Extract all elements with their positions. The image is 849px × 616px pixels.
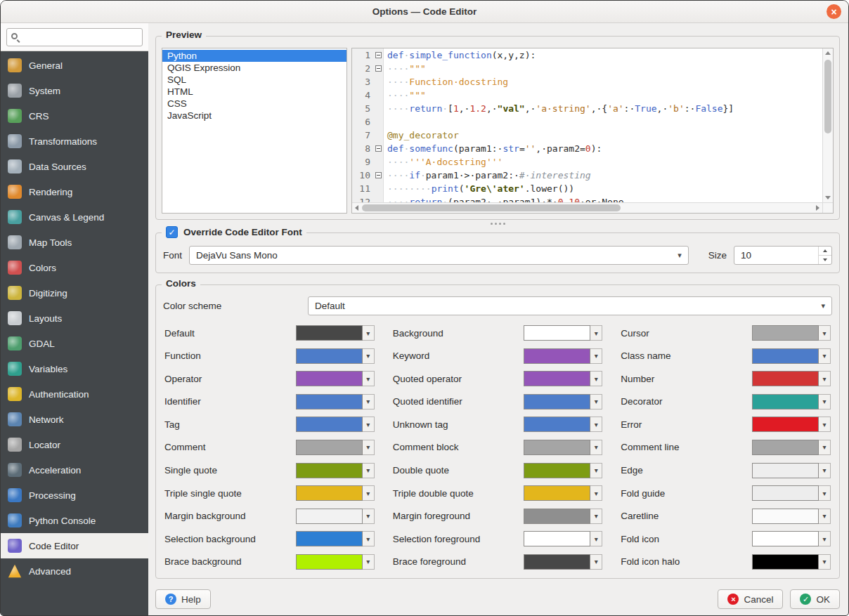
- color-swatch-keyword[interactable]: ▾: [524, 348, 602, 364]
- sidebar-item-layouts[interactable]: Layouts: [1, 306, 148, 331]
- sidebar-item-system[interactable]: System: [1, 78, 148, 103]
- sidebar-item-processing[interactable]: Processing: [1, 483, 148, 508]
- vertical-scrollbar[interactable]: [822, 48, 833, 202]
- cancel-button[interactable]: × Cancel: [718, 589, 783, 609]
- vertical-scroll-thumb[interactable]: [824, 60, 831, 133]
- color-swatch-triple-single-quote[interactable]: ▾: [296, 485, 375, 501]
- scroll-left-icon[interactable]: [355, 205, 358, 211]
- scroll-up-icon[interactable]: [825, 51, 831, 55]
- scroll-right-icon[interactable]: [816, 205, 819, 211]
- color-swatch-caretline[interactable]: ▾: [752, 509, 831, 524]
- sidebar-item-label: Authentication: [29, 389, 89, 400]
- color-swatch-selection-background[interactable]: ▾: [296, 531, 375, 546]
- title-bar[interactable]: Options — Code Editor ×: [1, 1, 848, 23]
- language-item-qgis-expression[interactable]: QGIS Expression: [162, 62, 346, 74]
- sidebar-item-code-editor[interactable]: Code Editor: [1, 533, 148, 558]
- fold-marker-icon[interactable]: [375, 52, 382, 58]
- override-font-checkbox[interactable]: ✓: [166, 226, 178, 238]
- dropdown-arrow-icon: ▾: [363, 509, 375, 524]
- color-swatch-margin-foreground[interactable]: ▾: [524, 509, 602, 524]
- sidebar-item-data-sources[interactable]: Data Sources: [1, 154, 148, 179]
- sidebar-item-label: Code Editor: [29, 541, 79, 551]
- color-swatch-brace-background[interactable]: ▾: [296, 554, 375, 570]
- language-item-javascript[interactable]: JavaScript: [162, 110, 346, 122]
- color-swatch-single-quote[interactable]: ▾: [296, 463, 375, 478]
- fold-marker-icon[interactable]: [375, 172, 382, 178]
- ok-button[interactable]: ✓ OK: [790, 589, 840, 609]
- scroll-down-icon[interactable]: [825, 196, 831, 199]
- code-view[interactable]: 1def·simple_function(x,y,z):2····"""3···…: [352, 48, 822, 202]
- fold-column: [373, 89, 384, 102]
- language-item-sql[interactable]: SQL: [162, 74, 346, 86]
- sidebar-item-general[interactable]: General: [1, 53, 148, 78]
- color-swatch-identifier[interactable]: ▾: [296, 394, 375, 409]
- color-swatch-decorator[interactable]: ▾: [752, 394, 831, 409]
- code-line: 2····""": [352, 62, 822, 75]
- sidebar-item-digitizing[interactable]: Digitizing: [1, 280, 148, 306]
- color-swatch-error[interactable]: ▾: [752, 417, 831, 432]
- color-swatch-comment[interactable]: ▾: [296, 440, 375, 455]
- color-swatch-margin-background[interactable]: ▾: [296, 509, 375, 524]
- sidebar-item-rendering[interactable]: Rendering: [1, 179, 148, 204]
- color-swatch-fold-icon[interactable]: ▾: [752, 531, 831, 546]
- language-item-css[interactable]: CSS: [162, 98, 346, 110]
- color-swatch-triple-double-quote[interactable]: ▾: [524, 485, 602, 501]
- color-swatch-double-quote[interactable]: ▾: [524, 463, 602, 478]
- sidebar-item-variables[interactable]: Variables: [1, 356, 148, 381]
- color-swatch-fold-icon-halo[interactable]: ▾: [752, 554, 831, 570]
- sidebar-item-map-tools[interactable]: Map Tools: [1, 230, 148, 255]
- sidebar-item-transformations[interactable]: Transformations: [1, 129, 148, 154]
- color-swatch-default[interactable]: ▾: [296, 325, 375, 341]
- sidebar-item-crs[interactable]: CRS: [1, 103, 148, 129]
- language-item-python[interactable]: Python: [162, 50, 346, 62]
- color-label-function: Function: [164, 350, 278, 361]
- sidebar-item-canvas-legend[interactable]: Canvas & Legend: [1, 204, 148, 230]
- font-family-combo[interactable]: DejaVu Sans Mono ▾: [189, 246, 689, 265]
- spin-down-icon[interactable]: [819, 255, 831, 264]
- sidebar-item-colors[interactable]: Colors: [1, 255, 148, 280]
- color-swatch-number[interactable]: ▾: [752, 371, 831, 386]
- sidebar-item-python-console[interactable]: Python Console: [1, 508, 148, 533]
- sidebar-item-gdal[interactable]: GDAL: [1, 331, 148, 356]
- language-item-html[interactable]: HTML: [162, 86, 346, 98]
- color-swatch-unknown-tag[interactable]: ▾: [524, 417, 602, 432]
- color-swatch-operator[interactable]: ▾: [296, 371, 375, 386]
- code-line: 7@my_decorator: [352, 129, 822, 142]
- help-button[interactable]: ? Help: [155, 589, 211, 609]
- lock-icon: [8, 387, 22, 401]
- font-size-spinbox[interactable]: 10: [734, 246, 832, 265]
- color-swatch-brace-foreground[interactable]: ▾: [524, 554, 602, 570]
- fold-marker-icon[interactable]: [375, 65, 382, 72]
- sidebar-item-label: Locator: [29, 440, 60, 450]
- sidebar-item-locator[interactable]: Locator: [1, 432, 148, 457]
- color-label-cursor: Cursor: [621, 328, 734, 339]
- horizontal-scroll-thumb[interactable]: [362, 204, 621, 211]
- spin-up-icon[interactable]: [819, 247, 831, 255]
- color-swatch-edge[interactable]: ▾: [752, 463, 831, 478]
- horizontal-scrollbar[interactable]: [352, 202, 822, 213]
- database-icon: [8, 159, 22, 173]
- color-label-quoted-identifier: Quoted identifier: [393, 396, 506, 407]
- color-swatch-quoted-operator[interactable]: ▾: [524, 371, 602, 386]
- color-swatch-selection-foreground[interactable]: ▾: [524, 531, 602, 546]
- search-input[interactable]: [6, 28, 143, 46]
- color-swatch-fill: [296, 325, 363, 341]
- color-swatch-quoted-identifier[interactable]: ▾: [524, 394, 602, 409]
- color-swatch-cursor[interactable]: ▾: [752, 325, 831, 341]
- color-swatch-background[interactable]: ▾: [524, 325, 602, 341]
- sidebar-item-network[interactable]: Network: [1, 407, 148, 432]
- dropdown-arrow-icon: ▾: [363, 371, 375, 386]
- color-label-triple-double-quote: Triple double quote: [393, 488, 506, 499]
- sidebar-item-authentication[interactable]: Authentication: [1, 381, 148, 407]
- color-swatch-function[interactable]: ▾: [296, 348, 375, 364]
- fold-marker-icon[interactable]: [375, 145, 382, 152]
- color-swatch-comment-block[interactable]: ▾: [524, 440, 602, 455]
- color-swatch-class-name[interactable]: ▾: [752, 348, 831, 364]
- color-swatch-tag[interactable]: ▾: [296, 417, 375, 432]
- color-scheme-combo[interactable]: Default ▾: [308, 296, 832, 315]
- sidebar-item-advanced[interactable]: Advanced: [1, 558, 148, 584]
- sidebar-item-acceleration[interactable]: Acceleration: [1, 457, 148, 483]
- close-button[interactable]: ×: [827, 4, 841, 19]
- color-swatch-fold-guide[interactable]: ▾: [752, 485, 831, 501]
- color-swatch-comment-line[interactable]: ▾: [752, 440, 831, 455]
